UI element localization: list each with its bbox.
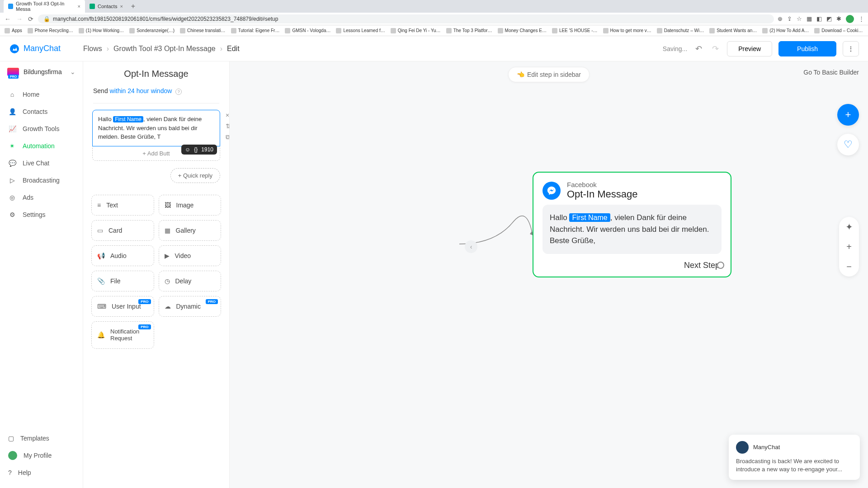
browser-tab-active[interactable]: Growth Tool #3 Opt-In Messa ×: [4, 0, 85, 14]
bookmark-item[interactable]: Sonderanzeige(…): [129, 28, 175, 33]
sidebar-item-broadcasting[interactable]: ▷Broadcasting: [0, 172, 83, 189]
sidebar-item-help[interactable]: ?Help: [0, 465, 83, 481]
bookmark-item[interactable]: Money Changes E…: [498, 28, 547, 33]
block-label: Text: [106, 202, 118, 209]
quick-reply-button[interactable]: + Quick reply: [170, 168, 220, 183]
flow-node[interactable]: Facebook Opt-In Message Hallo First Name…: [533, 172, 731, 277]
block-audio[interactable]: 📢Audio: [91, 245, 154, 266]
flow-canvas[interactable]: 👈 Edit step in sidebar Go To Basic Build…: [230, 36, 868, 488]
zoom-icon[interactable]: ⊕: [778, 15, 783, 22]
sidebar-item-profile[interactable]: My Profile: [0, 446, 83, 465]
more-button[interactable]: ⋮: [843, 41, 859, 56]
block-gallery[interactable]: ▦Gallery: [159, 220, 222, 241]
block-text[interactable]: ≡Text: [91, 195, 154, 216]
breadcrumb-flows[interactable]: Flows: [83, 45, 102, 53]
block-notification[interactable]: 🔔Notification RequestPRO: [91, 321, 154, 349]
ext-icon[interactable]: ▦: [807, 15, 812, 22]
help-tooltip-icon[interactable]: ?: [175, 89, 182, 95]
message-textarea[interactable]: Hallo First Name, vielen Dank für deine …: [92, 110, 220, 146]
undo-icon[interactable]: ↶: [693, 42, 704, 56]
bookmark-item[interactable]: Qing Fei De Yi - Yu…: [391, 28, 441, 33]
next-step-port[interactable]: Next Step: [684, 261, 720, 270]
zoom-in-button[interactable]: +: [839, 237, 859, 257]
block-card[interactable]: ▭Card: [91, 220, 154, 241]
bookmark-item[interactable]: Chinese translati…: [180, 28, 225, 33]
ext-icon[interactable]: ✱: [836, 15, 841, 22]
share-icon[interactable]: ⇪: [787, 15, 792, 22]
block-image[interactable]: 🖼Image: [159, 195, 222, 216]
bookmark-item[interactable]: How to get more v…: [603, 28, 651, 33]
forward-icon[interactable]: →: [15, 14, 24, 23]
bookmark-item[interactable]: Student Wants an…: [709, 28, 757, 33]
sidebar-item-contacts[interactable]: 👤Contacts: [0, 103, 83, 120]
reload-icon[interactable]: ⟳: [27, 14, 34, 23]
sidebar-item-settings[interactable]: ⚙Settings: [0, 206, 83, 223]
bookmark-item[interactable]: (2) How To Add A…: [762, 28, 809, 33]
ext-icon[interactable]: ◧: [816, 15, 822, 22]
gallery-icon: ▦: [165, 227, 170, 234]
close-icon[interactable]: ×: [226, 112, 230, 119]
collapse-panel-button[interactable]: ‹: [465, 240, 477, 253]
variable-chip[interactable]: First Name: [113, 116, 143, 122]
favorite-fab[interactable]: ♡: [837, 134, 859, 155]
block-video[interactable]: ▶Video: [159, 245, 222, 266]
block-delay[interactable]: ◷Delay: [159, 271, 222, 291]
sidebar-item-home[interactable]: ⌂Home: [0, 86, 83, 103]
bookmark-item[interactable]: Phone Recycling…: [28, 28, 73, 33]
block-dynamic[interactable]: ☁DynamicPRO: [159, 296, 222, 317]
ext-icon[interactable]: ◩: [826, 15, 832, 22]
block-userinput[interactable]: ⌨User InputPRO: [91, 296, 154, 317]
bookmark-item[interactable]: Datenschutz – Wi…: [657, 28, 704, 33]
pro-badge: PRO: [138, 324, 151, 329]
star-icon[interactable]: ☆: [797, 15, 802, 22]
editor-title: Opt-In Message: [83, 61, 229, 84]
toast-sender: ManyChat: [753, 444, 780, 450]
sidebar-item-automation[interactable]: ✴Automation: [0, 137, 83, 155]
send-window-link[interactable]: within 24 hour window: [110, 87, 172, 94]
notification-toast[interactable]: ManyChat Broadcasting is back! We are ex…: [729, 435, 860, 480]
publish-button[interactable]: Publish: [778, 41, 836, 56]
menu-icon[interactable]: ⋮: [859, 15, 864, 22]
block-label: Gallery: [176, 227, 196, 234]
sidebar-item-livechat[interactable]: 💬Live Chat: [0, 155, 83, 172]
braces-icon[interactable]: {}: [194, 146, 198, 153]
sidebar-item-templates[interactable]: ▢Templates: [0, 430, 83, 446]
brand-logo[interactable]: ManyChat: [9, 43, 83, 54]
card-icon: ▭: [97, 227, 103, 234]
msg-part: Hallo: [550, 213, 569, 222]
resize-icon[interactable]: ⇅: [226, 122, 230, 130]
connector-port[interactable]: [717, 262, 724, 269]
zoom-out-button[interactable]: −: [839, 257, 859, 277]
bookmark-item[interactable]: The Top 3 Platfor…: [446, 28, 492, 33]
back-icon[interactable]: ←: [4, 14, 12, 23]
close-icon[interactable]: ×: [120, 4, 123, 9]
bookmark-item[interactable]: LEE 'S HOUSE -…: [552, 28, 598, 33]
edit-sidebar-pill[interactable]: 👈 Edit step in sidebar: [508, 67, 590, 82]
breadcrumb-flow[interactable]: Growth Tool #3 Opt-In Message: [113, 45, 216, 53]
browser-tab[interactable]: Contacts ×: [85, 2, 127, 11]
url-input[interactable]: 🔒 manychat.com/fb198150208192061801/cms/…: [38, 14, 774, 23]
add-tab-button[interactable]: +: [127, 0, 139, 12]
add-button-row[interactable]: + Add Butt ☺ {} 1910: [92, 146, 220, 161]
auto-layout-button[interactable]: ✦: [839, 217, 859, 237]
bookmark-item[interactable]: Apps: [5, 28, 22, 33]
char-count-value: 1910: [201, 146, 213, 153]
preview-button[interactable]: Preview: [727, 41, 772, 56]
bookmark-item[interactable]: GMSN - Vologda…: [285, 28, 330, 33]
add-step-fab[interactable]: +: [837, 104, 859, 126]
sidebar-item-growth[interactable]: 📈Growth Tools: [0, 120, 83, 137]
bookmark-item[interactable]: Tutorial: Eigene Fr…: [231, 28, 280, 33]
bookmark-item[interactable]: Download – Cooki…: [814, 28, 863, 33]
redo-icon: ↷: [710, 42, 721, 56]
bookmark-item[interactable]: Lessons Learned f…: [336, 28, 385, 33]
close-icon[interactable]: ×: [78, 4, 80, 9]
divider: [93, 103, 219, 103]
workspace-selector[interactable]: PRO Bildungsfirma ⌄: [0, 61, 83, 82]
basic-builder-link[interactable]: Go To Basic Builder: [803, 69, 859, 76]
copy-icon[interactable]: ⧉: [226, 133, 230, 141]
profile-icon[interactable]: [846, 15, 854, 23]
bookmark-item[interactable]: (1) How Working…: [79, 28, 124, 33]
emoji-icon[interactable]: ☺: [185, 146, 190, 153]
sidebar-item-ads[interactable]: ◎Ads: [0, 189, 83, 206]
block-file[interactable]: 📎File: [91, 271, 154, 291]
